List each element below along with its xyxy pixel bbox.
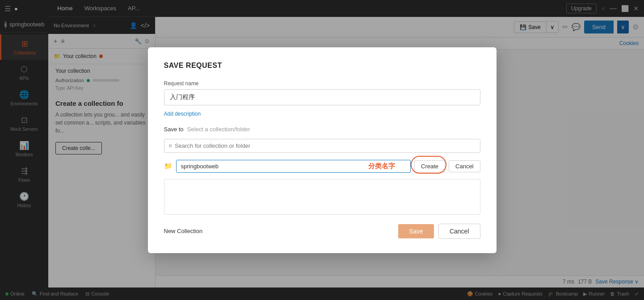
modal-overlay[interactable]: SAVE REQUEST Request name Add descriptio…: [0, 0, 644, 300]
new-collection-label: New Collection: [164, 228, 203, 234]
search-collection-bar: ≡: [164, 139, 480, 153]
new-collection-input-row: 📁 分类名字 Create Cancel: [164, 157, 480, 175]
request-name-input[interactable]: [164, 89, 480, 105]
cancel-inline-button[interactable]: Cancel: [449, 160, 480, 172]
create-button-wrapper: Create: [414, 160, 445, 172]
folder-icon-modal: 📁: [164, 162, 173, 170]
new-collection-name-input[interactable]: [176, 160, 411, 173]
collection-list-area: [164, 179, 480, 215]
save-modal-button[interactable]: Save: [398, 224, 434, 238]
select-collection-text: Select a collection/folder: [187, 126, 250, 133]
save-request-modal: SAVE REQUEST Request name Add descriptio…: [148, 47, 497, 253]
save-to-label: Save to: [164, 126, 184, 133]
modal-footer: New Collection Save Cancel: [164, 224, 480, 239]
modal-title: SAVE REQUEST: [164, 62, 480, 70]
save-to-row: Save to Select a collection/folder: [164, 126, 480, 133]
search-collection-input[interactable]: [175, 142, 475, 149]
request-name-label: Request name: [164, 80, 480, 87]
search-icon: ≡: [169, 142, 173, 149]
cancel-modal-button[interactable]: Cancel: [438, 224, 480, 239]
add-description-link[interactable]: Add description: [164, 111, 480, 117]
create-button[interactable]: Create: [414, 160, 445, 172]
